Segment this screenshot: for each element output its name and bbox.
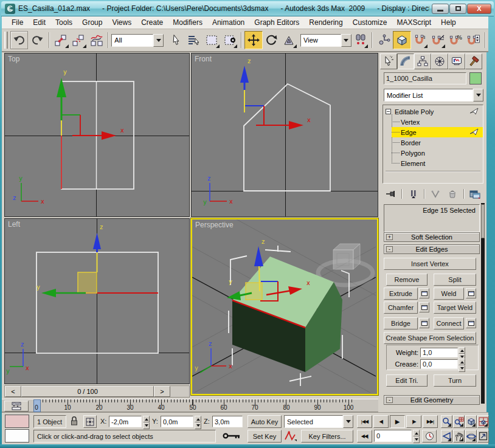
- dropdown-arrow-icon[interactable]: [473, 89, 483, 102]
- rectangular-selection-region-button[interactable]: [203, 31, 221, 49]
- connect-button[interactable]: Connect: [434, 317, 464, 329]
- viewport-perspective-canvas[interactable]: z y x z y x: [192, 219, 376, 393]
- weld-settings-button[interactable]: [466, 288, 476, 298]
- x-spinner[interactable]: [143, 416, 150, 427]
- stack-row-border[interactable]: Border: [392, 137, 483, 148]
- dropdown-arrow-icon[interactable]: [343, 415, 353, 428]
- redo-button[interactable]: [28, 31, 46, 49]
- time-slider-prev-button[interactable]: <: [5, 386, 21, 397]
- zoom-extents-button[interactable]: [465, 415, 477, 428]
- percent-snap-button[interactable]: %: [446, 31, 464, 49]
- menu-customize[interactable]: Customize: [348, 17, 392, 28]
- select-and-scale-button[interactable]: [280, 31, 298, 49]
- menu-modifiers[interactable]: Modifiers: [168, 17, 207, 28]
- weight-field[interactable]: [420, 348, 458, 357]
- edit-tri-button[interactable]: Edit Tri.: [386, 374, 428, 387]
- make-unique-button[interactable]: [429, 188, 442, 200]
- viewport-perspective-label[interactable]: Perspective: [195, 221, 234, 229]
- connect-settings-button[interactable]: [466, 318, 476, 328]
- remove-modifier-button[interactable]: [446, 188, 459, 200]
- viewport-top-canvas[interactable]: y x y x z: [5, 53, 189, 216]
- menu-edit[interactable]: Edit: [28, 17, 50, 28]
- field-of-view-button[interactable]: [441, 430, 452, 443]
- time-configuration-button[interactable]: [422, 430, 437, 443]
- title-bar[interactable]: ES_Casilla_01a2.max - Project Folder: C:…: [1, 1, 494, 16]
- create-shape-from-selection-button[interactable]: Create Shape From Selection: [384, 332, 476, 344]
- stack-row-edge[interactable]: Edge: [392, 127, 483, 137]
- undo-button[interactable]: [10, 31, 28, 49]
- key-filters-button[interactable]: Key Filters...: [301, 430, 353, 443]
- current-frame-field[interactable]: [374, 430, 412, 442]
- maximize-button[interactable]: [449, 4, 466, 14]
- zoom-all-button[interactable]: [453, 415, 465, 428]
- selection-lock-toggle[interactable]: [70, 416, 78, 428]
- auto-key-button[interactable]: Auto Key: [248, 415, 282, 428]
- rollout-collapse-icon[interactable]: -: [386, 246, 393, 252]
- rollout-expand-icon[interactable]: +: [386, 234, 393, 240]
- stack-row-editable-poly[interactable]: Editable Poly: [386, 106, 483, 117]
- stack-row-element[interactable]: Element: [392, 158, 483, 168]
- tab-motion[interactable]: [431, 53, 448, 69]
- insert-vertex-button[interactable]: Insert Vertex: [384, 258, 476, 270]
- y-coordinate-field[interactable]: [161, 416, 193, 427]
- viewport-left[interactable]: z y z y x Left: [4, 218, 190, 384]
- dropdown-arrow-icon[interactable]: [341, 34, 351, 47]
- menu-tools[interactable]: Tools: [50, 17, 77, 28]
- set-keys-button[interactable]: [218, 429, 245, 443]
- tab-display[interactable]: [448, 53, 465, 69]
- z-coordinate-field[interactable]: [212, 416, 243, 427]
- chamfer-button[interactable]: Chamfer: [384, 302, 418, 314]
- extrude-button[interactable]: Extrude: [384, 288, 418, 300]
- maxscript-mini-listener-white[interactable]: [5, 429, 29, 443]
- menu-help[interactable]: Help: [436, 17, 461, 28]
- turn-button[interactable]: Turn: [434, 374, 476, 387]
- menu-file[interactable]: File: [7, 17, 28, 28]
- absolute-offset-mode-toggle[interactable]: [83, 415, 97, 428]
- window-crossing-toggle-button[interactable]: [221, 31, 238, 49]
- menu-views[interactable]: Views: [107, 17, 136, 28]
- menu-animation[interactable]: Animation: [207, 17, 249, 28]
- object-name-field[interactable]: [384, 72, 466, 84]
- set-key-filters-curve-button[interactable]: [284, 430, 297, 443]
- reference-coordinate-dropdown[interactable]: View: [300, 34, 351, 47]
- stack-row-polygon[interactable]: Polygon: [392, 148, 483, 158]
- select-and-move-button[interactable]: [244, 31, 262, 49]
- viewport-perspective[interactable]: z y x z y x Perspective: [191, 218, 378, 395]
- collapse-icon[interactable]: [386, 109, 391, 114]
- menu-create[interactable]: Create: [136, 17, 168, 28]
- go-to-start-button[interactable]: |◀◀: [357, 415, 372, 428]
- close-button[interactable]: X: [467, 4, 491, 14]
- modifier-list-dropdown[interactable]: Modifier List: [384, 89, 483, 102]
- configure-modifier-sets-button[interactable]: [468, 188, 482, 200]
- zoom-button[interactable]: [441, 415, 452, 428]
- crease-field[interactable]: [420, 359, 458, 369]
- bridge-settings-button[interactable]: [419, 318, 429, 328]
- stack-row-vertex[interactable]: Vertex: [392, 117, 483, 127]
- remove-button[interactable]: Remove: [386, 274, 428, 286]
- panel-scrollbar[interactable]: [481, 203, 485, 404]
- use-pivot-point-center-button[interactable]: [351, 31, 369, 49]
- select-object-button[interactable]: [167, 31, 185, 49]
- previous-frame-button[interactable]: ◀|: [373, 415, 389, 428]
- bridge-button[interactable]: Bridge: [384, 317, 418, 329]
- target-weld-button[interactable]: Target Weld: [434, 302, 476, 314]
- tab-modify[interactable]: [397, 53, 414, 69]
- key-mode-toggle-button[interactable]: ◀◀|: [357, 430, 372, 443]
- set-key-button[interactable]: Set Key: [248, 430, 282, 443]
- app-icon[interactable]: [5, 4, 15, 14]
- select-and-manipulate-button[interactable]: [375, 31, 393, 49]
- snaps-toggle-button[interactable]: [393, 31, 410, 49]
- selection-filter-dropdown[interactable]: All: [111, 34, 164, 47]
- unlink-selection-button[interactable]: [70, 31, 88, 49]
- tab-hierarchy[interactable]: [414, 53, 431, 69]
- pan-button[interactable]: [453, 430, 465, 443]
- bind-to-spacewarp-button[interactable]: [88, 31, 105, 49]
- menu-maxscript[interactable]: MAXScript: [392, 17, 436, 28]
- arc-rotate-button[interactable]: [465, 430, 477, 443]
- object-color-swatch[interactable]: [469, 72, 482, 84]
- viewport-front[interactable]: z x z x y Front: [191, 53, 378, 217]
- frame-spinner[interactable]: [413, 430, 420, 442]
- menu-rendering[interactable]: Rendering: [304, 17, 347, 28]
- rollout-edit-geometry[interactable]: - Edit Geometry: [384, 395, 480, 405]
- menu-group[interactable]: Group: [77, 17, 107, 28]
